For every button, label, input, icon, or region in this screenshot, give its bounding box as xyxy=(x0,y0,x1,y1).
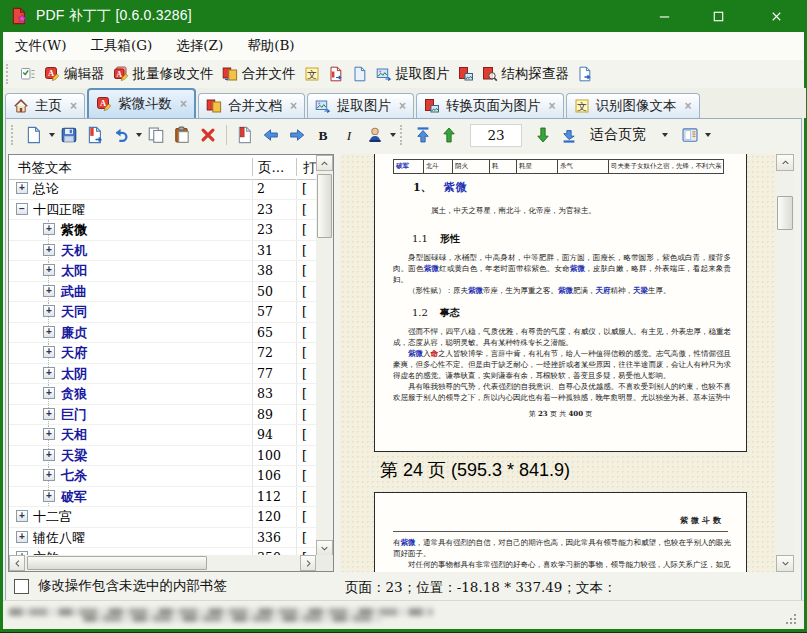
select-options-button[interactable] xyxy=(16,64,40,84)
expander-icon[interactable]: + xyxy=(16,531,28,543)
menu-file[interactable]: 文件(W) xyxy=(3,32,78,60)
delete-button[interactable] xyxy=(196,123,220,147)
paste-button[interactable] xyxy=(170,123,194,147)
include-unselected-option[interactable]: 修改操作包含未选中的内部书签 xyxy=(14,577,227,595)
bookmark-row[interactable]: +天相94[ xyxy=(9,425,316,446)
zoom-mode-select[interactable]: 适合页宽 xyxy=(586,121,673,149)
go-forward-button[interactable] xyxy=(285,123,309,147)
tab-close-icon[interactable]: × xyxy=(180,97,187,111)
bookmark-row[interactable]: +天机31[ xyxy=(9,241,316,262)
column-bookmark-text[interactable]: 书签文本 xyxy=(18,159,72,177)
bookmark-row[interactable]: +天同57[ xyxy=(9,302,316,323)
include-unselected-checkbox[interactable] xyxy=(14,579,29,594)
tab-close-icon[interactable]: × xyxy=(549,99,556,113)
bookmark-row[interactable]: +辅佐八曜336[ xyxy=(9,528,316,549)
bookmark-row[interactable]: +天梁100[ xyxy=(9,446,316,467)
expander-icon[interactable]: + xyxy=(43,408,55,420)
tab-close-icon[interactable]: × xyxy=(70,99,77,113)
bookmark-row[interactable]: +紫微23[ xyxy=(9,220,316,241)
scroll-chevron-down-button[interactable] xyxy=(316,540,333,556)
tab-pages-to-images[interactable]: 转换页面为图片× xyxy=(416,93,564,118)
expander-icon[interactable]: + xyxy=(43,305,55,317)
tree-horizontal-scrollbar[interactable] xyxy=(9,555,316,571)
previous-page-button[interactable] xyxy=(437,123,461,147)
page-number-input[interactable] xyxy=(470,124,522,147)
menu-toolbox[interactable]: 工具箱(G) xyxy=(78,32,164,60)
insert-bookmark-button[interactable] xyxy=(233,123,257,147)
resize-grip[interactable] xyxy=(784,612,796,624)
ocr-button[interactable]: 文 xyxy=(300,64,324,84)
bookmark-row[interactable]: +总论2[ xyxy=(9,179,316,200)
preview-vertical-scrollbar[interactable] xyxy=(776,154,794,572)
last-page-button[interactable] xyxy=(557,123,581,147)
copy-button[interactable] xyxy=(144,123,168,147)
extract-images-button[interactable]: 提取图片 xyxy=(372,63,454,85)
first-page-button[interactable] xyxy=(411,123,435,147)
dropdown-arrow-icon[interactable] xyxy=(134,123,143,147)
text-style-button[interactable] xyxy=(363,123,387,147)
reader-mode-button[interactable] xyxy=(678,123,702,147)
expander-icon[interactable]: + xyxy=(16,510,28,522)
bookmark-row[interactable]: +太阳38[ xyxy=(9,261,316,282)
bookmark-row[interactable]: +巨门89[ xyxy=(9,405,316,426)
dropdown-arrow-icon[interactable] xyxy=(388,123,397,147)
expander-icon[interactable]: + xyxy=(16,182,28,194)
scroll-chevron-up-button[interactable] xyxy=(316,155,333,171)
expander-icon[interactable]: + xyxy=(43,223,55,235)
new-document-button[interactable] xyxy=(22,123,46,147)
bookmark-row[interactable]: +太阴77[ xyxy=(9,364,316,385)
pdf-preview-panel[interactable]: 破军北斗阴火耗耗星杀气司夫妻子女奴仆之宿，先锋，不利六亲 1、紫微 属土，中天之… xyxy=(340,154,776,572)
expander-icon[interactable]: + xyxy=(43,367,55,379)
expander-icon[interactable]: + xyxy=(43,244,55,256)
pdf-page-23[interactable]: 破军北斗阴火耗耗星杀气司夫妻子女奴仆之宿，先锋，不利六亲 1、紫微 属土，中天之… xyxy=(374,154,747,452)
tab-close-icon[interactable]: × xyxy=(399,99,406,113)
expander-icon[interactable]: + xyxy=(43,346,55,358)
scroll-thumb[interactable] xyxy=(317,174,332,238)
render-pages-button[interactable] xyxy=(454,64,478,84)
expander-icon[interactable]: − xyxy=(16,203,28,215)
close-button[interactable] xyxy=(753,0,799,32)
bookmark-row[interactable]: +破军112[ xyxy=(9,487,316,508)
dropdown-arrow-icon[interactable] xyxy=(703,123,712,147)
expander-icon[interactable]: + xyxy=(43,387,55,399)
expander-icon[interactable]: + xyxy=(43,469,55,481)
bookmark-row[interactable]: −十四正曜23[ xyxy=(9,200,316,221)
italic-button[interactable]: I xyxy=(337,123,361,147)
document-info-button[interactable] xyxy=(348,64,372,84)
tab-home[interactable]: 主页× xyxy=(5,93,85,118)
menu-help[interactable]: 帮助(B) xyxy=(235,32,306,60)
menu-select[interactable]: 选择(Z) xyxy=(164,32,235,60)
tab-extract-images[interactable]: 提取图片× xyxy=(307,93,414,118)
bookmark-row[interactable]: +廉贞65[ xyxy=(9,323,316,344)
expander-icon[interactable]: + xyxy=(43,490,55,502)
expander-icon[interactable]: + xyxy=(43,449,55,461)
bookmark-row[interactable]: +十二宫120[ xyxy=(9,507,316,528)
column-action[interactable]: 打 xyxy=(303,159,317,177)
expander-icon[interactable]: + xyxy=(43,264,55,276)
export-info-button[interactable] xyxy=(324,64,348,84)
tab-merge-documents[interactable]: 合并文档× xyxy=(198,93,305,118)
pdf-page-24[interactable]: 紫微斗数 有紫微，通常具有强烈的自信，对自己的期许也高，因此常具有领导能力和威望… xyxy=(374,492,747,572)
tab-close-icon[interactable]: × xyxy=(685,99,692,113)
tab-ocr-text[interactable]: 文识别图像文本× xyxy=(566,93,700,118)
tree-vertical-scrollbar[interactable] xyxy=(316,155,333,556)
column-page[interactable]: 页... xyxy=(258,159,284,177)
next-page-button[interactable] xyxy=(531,123,555,147)
chevron-down-icon[interactable] xyxy=(660,123,669,147)
bookmark-row[interactable]: +贪狼83[ xyxy=(9,384,316,405)
tab-close-icon[interactable]: × xyxy=(290,99,297,113)
save-button[interactable] xyxy=(57,123,81,147)
expander-icon[interactable]: + xyxy=(43,326,55,338)
scroll-chevron-left-button[interactable] xyxy=(9,555,25,571)
go-back-button[interactable] xyxy=(259,123,283,147)
merge-files-button[interactable]: 合并文件 xyxy=(218,63,300,85)
expander-icon[interactable]: + xyxy=(43,428,55,440)
scroll-thumb[interactable] xyxy=(777,196,793,230)
minimize-button[interactable] xyxy=(641,0,687,32)
undo-button[interactable] xyxy=(109,123,133,147)
save-bookmarks-button[interactable] xyxy=(83,123,107,147)
bookmark-row[interactable]: +天府72[ xyxy=(9,343,316,364)
bold-button[interactable]: B xyxy=(311,123,335,147)
editor-button[interactable]: A编辑器 xyxy=(40,63,109,85)
export-doc-button[interactable] xyxy=(573,64,597,84)
